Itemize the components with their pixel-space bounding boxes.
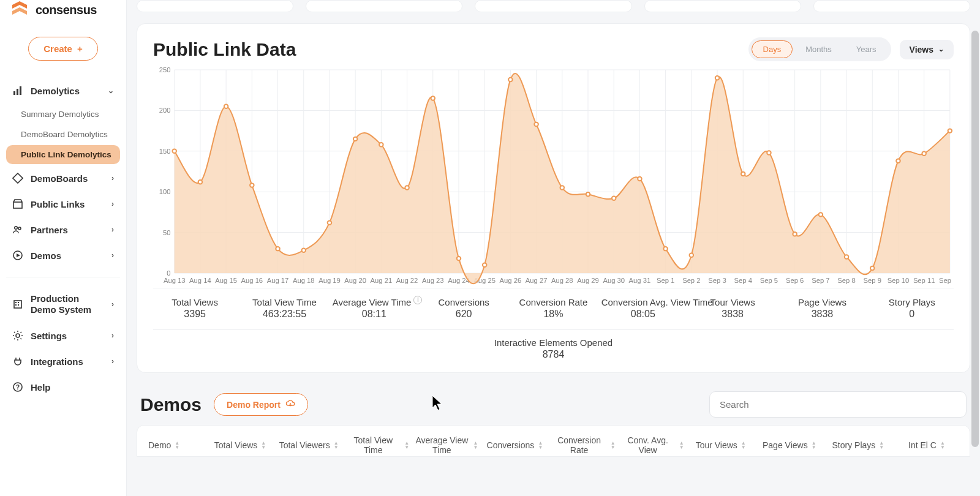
range-years-button[interactable]: Years [845,40,888,58]
info-icon[interactable]: i [413,296,422,304]
svg-point-114 [741,172,745,176]
sort-icon: ▲▼ [538,441,543,449]
vertical-scrollbar[interactable] [971,18,979,459]
brand-logo-icon [10,0,29,20]
svg-point-93 [198,180,203,184]
demo-report-button[interactable]: Demo Report [214,393,308,416]
metric-dropdown[interactable]: Views ⌄ [900,40,954,59]
svg-point-106 [534,122,538,126]
table-column-header[interactable]: Page Views ▲▼ [758,435,821,455]
svg-marker-1 [12,7,27,15]
svg-point-103 [457,257,461,260]
stat: Page Views 3838 [780,297,864,320]
svg-text:Sep 8: Sep 8 [837,277,855,284]
bars-icon [12,85,23,96]
sidebar-item-help[interactable]: ? Help [6,374,120,400]
sidebar-item-label: Demos [31,250,61,261]
svg-point-102 [431,96,435,100]
svg-text:250: 250 [159,66,171,73]
column-label: Total View Time [345,435,401,455]
sort-icon: ▲▼ [812,441,816,449]
sidebar-item-integrations[interactable]: Integrations › [6,348,120,374]
svg-point-111 [663,247,668,250]
chevron-right-icon: › [111,174,114,182]
sidebar-item-label: Settings [31,331,67,341]
sidebar-sub-public-link-demolytics[interactable]: Public Link Demolytics [6,145,120,164]
chevron-right-icon: › [111,251,114,260]
chevron-right-icon: › [111,300,114,309]
column-label: Conversion Rate [551,435,606,455]
svg-text:Sep 1: Sep 1 [657,277,674,284]
diamond-icon [12,173,23,184]
stat-label: Tour Views [710,297,755,307]
svg-text:Sep 7: Sep 7 [812,277,829,284]
stat-card [644,0,801,12]
brand-name: consensus [36,3,97,17]
table-column-header[interactable]: Total Viewers ▲▼ [277,435,341,455]
svg-point-110 [638,177,642,181]
table-column-header[interactable]: Conv. Avg. View ▲▼ [620,435,684,455]
table-column-header[interactable]: Int El C ▲▼ [895,435,959,455]
sort-icon: ▲▼ [334,441,339,449]
svg-text:Aug 16: Aug 16 [241,277,263,284]
svg-point-104 [483,263,487,267]
range-days-button[interactable]: Days [752,40,793,58]
sidebar-item-partners[interactable]: Partners › [6,217,120,242]
stat-value: 620 [422,309,505,320]
sort-icon: ▲▼ [261,441,266,449]
range-months-button[interactable]: Months [794,40,843,58]
svg-marker-9 [17,254,20,257]
table-column-header[interactable]: Conversions ▲▼ [483,435,546,455]
sidebar-item-label: Partners [31,225,68,235]
svg-point-98 [328,220,332,224]
column-label: Conv. Avg. View [620,435,676,455]
svg-point-15 [16,334,20,337]
svg-point-118 [845,255,849,258]
svg-text:Sep 4: Sep 4 [734,277,752,284]
stat: Story Plays 0 [870,297,954,320]
table-column-header[interactable]: Total View Time ▲▼ [345,435,409,455]
sidebar-item-demolytics[interactable]: Demolytics ⌄ [6,78,120,103]
sidebar-item-label: Integrations [31,356,83,367]
sidebar-item-demos[interactable]: Demos › [6,242,120,268]
svg-text:Aug 29: Aug 29 [577,277,599,284]
create-button[interactable]: Create + [28,37,97,61]
table-column-header[interactable]: Average View Time ▲▼ [414,435,478,455]
search-input[interactable] [709,391,967,418]
sidebar-item-settings[interactable]: Settings › [6,323,120,348]
chevron-down-icon: ⌄ [108,86,114,95]
metric-dropdown-label: Views [910,45,933,54]
svg-point-6 [15,227,18,230]
svg-text:Sep 5: Sep 5 [760,277,778,284]
svg-point-120 [896,159,900,163]
sidebar-item-public-links[interactable]: Public Links › [6,191,120,217]
table-column-header[interactable]: Conversion Rate ▲▼ [551,435,615,455]
svg-point-101 [405,186,409,189]
sidebar-item-demoboards[interactable]: DemoBoards › [6,165,120,191]
chevron-right-icon: › [111,225,114,234]
table-column-header[interactable]: Total Views ▲▼ [208,435,272,455]
svg-rect-12 [18,302,19,303]
svg-text:Sep 3: Sep 3 [708,277,726,284]
chevron-down-icon: ⌄ [938,45,944,53]
svg-text:Aug 27: Aug 27 [526,277,548,284]
table-column-header[interactable]: Demo ▲▼ [148,435,203,455]
sidebar-item-production-demo-system[interactable]: Production Demo System › [6,286,120,323]
svg-point-113 [715,76,720,80]
stat-card [475,0,631,12]
chart[interactable]: Aug 13Aug 14Aug 15Aug 16Aug 17Aug 18Aug … [153,65,954,285]
column-label: Tour Views [696,440,737,450]
stat: Total Views 3395 [153,297,236,320]
table-column-header[interactable]: Tour Views ▲▼ [689,435,753,455]
svg-text:Sep 6: Sep 6 [786,277,804,284]
svg-text:Aug 19: Aug 19 [318,277,341,284]
table-column-header[interactable]: Story Plays ▲▼ [826,435,890,455]
sidebar-sub-demoboard-demolytics[interactable]: DemoBoard Demolytics [6,125,120,144]
stat-label: Conversions [438,297,489,307]
scrollbar-thumb[interactable] [971,31,979,447]
stat-label: Interactive Elements Opened [494,337,612,348]
stat-card [306,0,462,12]
sidebar-sub-summary-demolytics[interactable]: Summary Demolytics [6,105,120,124]
svg-text:?: ? [16,384,20,391]
stat-value: 3838 [780,309,864,320]
